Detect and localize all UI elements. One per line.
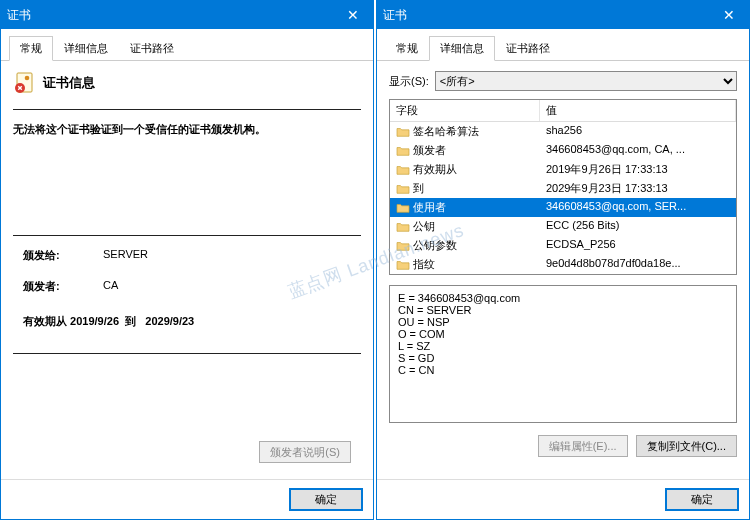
divider bbox=[13, 353, 361, 354]
field-icon bbox=[396, 182, 410, 194]
value-cell: 346608453@qq.com, SER... bbox=[540, 199, 736, 216]
field-icon bbox=[396, 163, 410, 175]
field-cell: 公钥 bbox=[390, 218, 540, 235]
field-cell: 公钥参数 bbox=[390, 237, 540, 254]
field-cell: 使用者 bbox=[390, 199, 540, 216]
certificate-warning-icon bbox=[13, 71, 37, 95]
valid-from-value: 2019/9/26 bbox=[70, 315, 119, 327]
show-label: 显示(S): bbox=[389, 74, 429, 89]
button-row: 编辑属性(E)... 复制到文件(C)... bbox=[389, 423, 737, 457]
issuer-statement-button: 颁发者说明(S) bbox=[259, 441, 351, 463]
value-cell: ECC (256 Bits) bbox=[540, 218, 736, 235]
col-value[interactable]: 值 bbox=[540, 100, 736, 121]
field-list[interactable]: 字段 值 签名哈希算法sha256 颁发者346608453@qq.com, C… bbox=[389, 99, 737, 275]
field-cell: 签名哈希算法 bbox=[390, 123, 540, 140]
edit-properties-button: 编辑属性(E)... bbox=[538, 435, 628, 457]
issued-to-label: 颁发给: bbox=[23, 248, 83, 263]
valid-from-label: 有效期从 bbox=[23, 315, 67, 327]
table-row[interactable]: 指纹9e0d4d8b078d7df0da18e... bbox=[390, 255, 736, 274]
value-cell: 9e0d4d8b078d7df0da18e... bbox=[540, 256, 736, 273]
copy-to-file-button[interactable]: 复制到文件(C)... bbox=[636, 435, 737, 457]
list-header: 字段 值 bbox=[390, 100, 736, 122]
value-cell: 2029年9月23日 17:33:13 bbox=[540, 180, 736, 197]
tab-body-general: 证书信息 无法将这个证书验证到一个受信任的证书颁发机构。 颁发给: SERVER… bbox=[1, 61, 373, 479]
table-row[interactable]: 有效期从2019年9月26日 17:33:13 bbox=[390, 160, 736, 179]
tab-details[interactable]: 详细信息 bbox=[53, 36, 119, 61]
table-row[interactable]: 使用者346608453@qq.com, SER... bbox=[390, 198, 736, 217]
field-icon bbox=[396, 220, 410, 232]
dialog-title: 证书 bbox=[7, 7, 31, 24]
dialog-pair: 证书 ✕ 常规 详细信息 证书路径 证书信息 bbox=[0, 0, 751, 520]
dialog-footer: 确定 bbox=[1, 479, 373, 519]
field-cell: 指纹 bbox=[390, 256, 540, 273]
table-row[interactable]: 公钥ECC (256 Bits) bbox=[390, 217, 736, 236]
table-row[interactable]: 签名哈希算法sha256 bbox=[390, 122, 736, 141]
button-row: 颁发者说明(S) bbox=[13, 435, 361, 469]
value-cell: ECDSA_P256 bbox=[540, 237, 736, 254]
valid-to-value: 2029/9/23 bbox=[145, 315, 194, 327]
cert-info-title: 证书信息 bbox=[43, 74, 95, 92]
table-row[interactable]: 到2029年9月23日 17:33:13 bbox=[390, 179, 736, 198]
valid-to-label: 到 bbox=[125, 315, 136, 327]
tab-body-details: 显示(S): <所有> 字段 值 签名哈希算法sha256 颁发者3466084… bbox=[377, 61, 749, 479]
issued-by-row: 颁发者: CA bbox=[13, 271, 361, 302]
tab-strip: 常规 详细信息 证书路径 bbox=[1, 29, 373, 61]
divider bbox=[13, 235, 361, 236]
issued-to-row: 颁发给: SERVER bbox=[13, 240, 361, 271]
table-row[interactable]: 公钥参数ECDSA_P256 bbox=[390, 236, 736, 255]
close-button[interactable]: ✕ bbox=[709, 1, 749, 29]
details-pane[interactable]: E = 346608453@qq.com CN = SERVER OU = NS… bbox=[389, 285, 737, 423]
validity-row: 有效期从 2019/9/26 到 2029/9/23 bbox=[13, 302, 361, 329]
certificate-dialog-details: 证书 ✕ 常规 详细信息 证书路径 显示(S): <所有> 字段 值 签名哈希算… bbox=[376, 0, 750, 520]
tab-strip: 常规 详细信息 证书路径 bbox=[377, 29, 749, 61]
field-cell: 颁发者 bbox=[390, 142, 540, 159]
svg-point-1 bbox=[25, 76, 30, 81]
field-cell: 到 bbox=[390, 180, 540, 197]
certificate-dialog-general: 证书 ✕ 常规 详细信息 证书路径 证书信息 bbox=[0, 0, 374, 520]
value-cell: 346608453@qq.com, CA, ... bbox=[540, 142, 736, 159]
cert-warning-message: 无法将这个证书验证到一个受信任的证书颁发机构。 bbox=[13, 114, 361, 151]
col-field[interactable]: 字段 bbox=[390, 100, 540, 121]
tab-path[interactable]: 证书路径 bbox=[495, 36, 561, 61]
show-filter-row: 显示(S): <所有> bbox=[389, 71, 737, 91]
issued-by-label: 颁发者: bbox=[23, 279, 83, 294]
list-body: 签名哈希算法sha256 颁发者346608453@qq.com, CA, ..… bbox=[390, 122, 736, 274]
divider bbox=[13, 109, 361, 110]
field-icon bbox=[396, 144, 410, 156]
field-icon bbox=[396, 201, 410, 213]
field-cell: 有效期从 bbox=[390, 161, 540, 178]
cert-info-header: 证书信息 bbox=[13, 71, 361, 101]
show-select[interactable]: <所有> bbox=[435, 71, 737, 91]
field-icon bbox=[396, 258, 410, 270]
titlebar: 证书 ✕ bbox=[1, 1, 373, 29]
close-button[interactable]: ✕ bbox=[333, 1, 373, 29]
issued-to-value: SERVER bbox=[103, 248, 148, 263]
dialog-footer: 确定 bbox=[377, 479, 749, 519]
tab-path[interactable]: 证书路径 bbox=[119, 36, 185, 61]
tab-general[interactable]: 常规 bbox=[385, 36, 429, 61]
tab-general[interactable]: 常规 bbox=[9, 36, 53, 61]
ok-button[interactable]: 确定 bbox=[665, 488, 739, 511]
ok-button[interactable]: 确定 bbox=[289, 488, 363, 511]
value-cell: 2019年9月26日 17:33:13 bbox=[540, 161, 736, 178]
value-cell: sha256 bbox=[540, 123, 736, 140]
issued-by-value: CA bbox=[103, 279, 118, 294]
field-icon bbox=[396, 125, 410, 137]
table-row[interactable]: 颁发者346608453@qq.com, CA, ... bbox=[390, 141, 736, 160]
field-icon bbox=[396, 239, 410, 251]
titlebar: 证书 ✕ bbox=[377, 1, 749, 29]
dialog-title: 证书 bbox=[383, 7, 407, 24]
tab-details[interactable]: 详细信息 bbox=[429, 36, 495, 61]
